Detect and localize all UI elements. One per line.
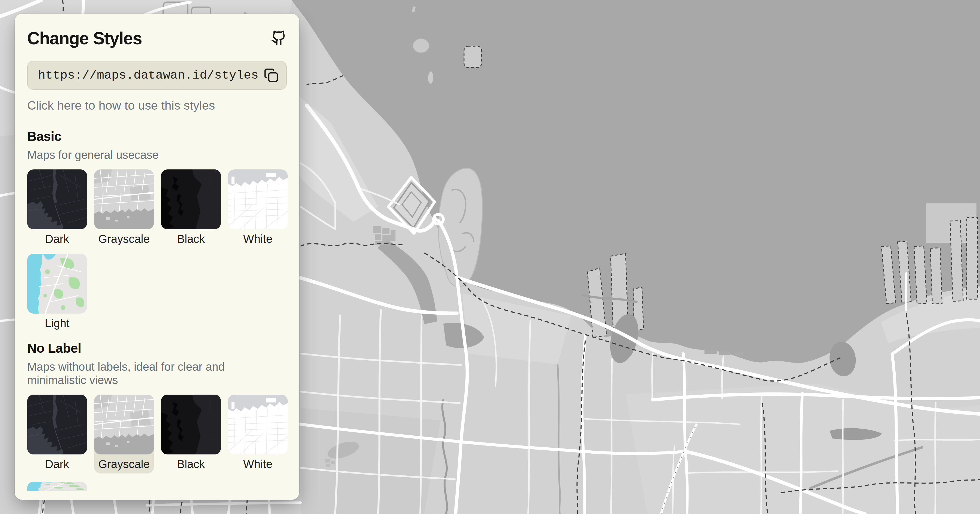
style-label: Black <box>177 232 205 245</box>
section-heading: No Label <box>27 341 287 356</box>
style-thumbnail <box>27 395 87 454</box>
styles-scroll-area[interactable]: BasicMaps for general usecase Dark Grays… <box>15 121 299 500</box>
style-grid: Dark Grayscale Black White <box>27 395 287 491</box>
style-label: Black <box>177 458 205 471</box>
style-thumbnail <box>27 169 87 229</box>
style-thumbnail <box>161 395 221 454</box>
style-url-field[interactable] <box>27 61 287 90</box>
style-option-light-nolabel[interactable] <box>27 482 87 491</box>
app-window: Change Styles Click here to how to use t… <box>0 0 980 514</box>
page-title: Change Styles <box>27 28 142 48</box>
section-description: Maps for general usecase <box>27 148 287 162</box>
style-label: White <box>243 232 272 245</box>
style-option-light[interactable]: Light <box>27 254 87 330</box>
github-icon <box>271 30 287 46</box>
style-grid: Dark Grayscale Black White <box>27 169 287 330</box>
style-section: No LabelMaps without labels, ideal for c… <box>27 341 287 491</box>
section-description: Maps without labels, ideal for clear and… <box>27 360 287 387</box>
style-option-white[interactable]: White <box>228 169 288 245</box>
section-heading: Basic <box>27 129 287 144</box>
style-option-dark-nolabel[interactable]: Dark <box>27 395 87 471</box>
style-thumbnail <box>27 254 87 313</box>
style-thumbnail <box>94 169 154 229</box>
copy-url-button[interactable] <box>264 68 278 83</box>
style-section: BasicMaps for general usecase Dark Grays… <box>27 129 287 330</box>
style-option-grayscale-nolabel[interactable]: Grayscale <box>94 395 154 473</box>
style-label: Grayscale <box>98 232 150 245</box>
style-thumbnail <box>228 395 288 454</box>
panel-header: Change Styles Click here to how to use t… <box>15 14 299 121</box>
github-link[interactable] <box>271 30 287 46</box>
style-thumbnail <box>94 395 154 454</box>
copy-icon <box>264 68 278 83</box>
style-label: Dark <box>45 232 69 245</box>
style-option-dark[interactable]: Dark <box>27 169 87 245</box>
style-thumbnail <box>161 169 221 229</box>
style-option-grayscale[interactable]: Grayscale <box>94 169 154 245</box>
style-label: Dark <box>45 458 69 471</box>
style-option-black-nolabel[interactable]: Black <box>161 395 221 471</box>
change-styles-panel: Change Styles Click here to how to use t… <box>15 14 299 500</box>
style-thumbnail <box>27 482 87 491</box>
style-label: White <box>243 458 272 471</box>
style-label: Grayscale <box>98 458 150 471</box>
style-thumbnail <box>228 169 288 229</box>
how-to-use-link[interactable]: Click here to how to use this styles <box>27 99 287 113</box>
style-option-white-nolabel[interactable]: White <box>228 395 288 471</box>
style-option-black[interactable]: Black <box>161 169 221 245</box>
style-label: Light <box>45 317 69 330</box>
style-url-input[interactable] <box>38 68 259 83</box>
